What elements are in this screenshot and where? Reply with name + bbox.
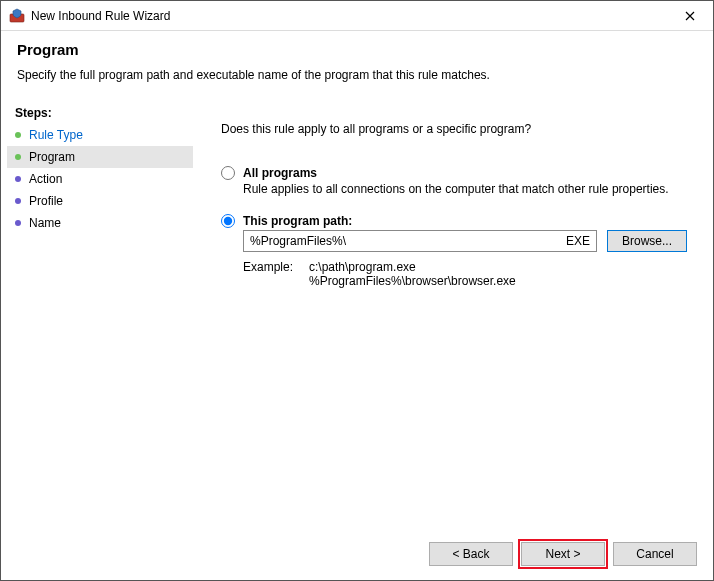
- step-link[interactable]: Rule Type: [29, 128, 83, 142]
- option-all-label: All programs: [243, 166, 317, 180]
- browse-button[interactable]: Browse...: [607, 230, 687, 252]
- wizard-header: Program Specify the full program path an…: [1, 31, 713, 94]
- titlebar: New Inbound Rule Wizard: [1, 1, 713, 31]
- option-path-label: This program path:: [243, 214, 352, 228]
- example-label: Example:: [243, 260, 309, 288]
- option-this-program-path[interactable]: This program path:: [221, 214, 687, 228]
- option-all-programs[interactable]: All programs: [221, 166, 687, 180]
- cancel-button[interactable]: Cancel: [613, 542, 697, 566]
- step-bullet-icon: [15, 154, 21, 160]
- steps-sidebar: Steps: Rule Type Program Action Profile …: [1, 98, 193, 580]
- program-path-suffix: EXE: [566, 234, 590, 248]
- option-all-desc: Rule applies to all connections on the c…: [243, 182, 687, 196]
- next-button[interactable]: Next >: [521, 542, 605, 566]
- step-profile[interactable]: Profile: [7, 190, 193, 212]
- step-bullet-icon: [15, 132, 21, 138]
- radio-this-program-path[interactable]: [221, 214, 235, 228]
- wizard-button-bar: < Back Next > Cancel: [429, 542, 697, 566]
- step-action[interactable]: Action: [7, 168, 193, 190]
- radio-all-programs[interactable]: [221, 166, 235, 180]
- question-text: Does this rule apply to all programs or …: [221, 122, 687, 136]
- step-label: Action: [29, 172, 62, 186]
- step-bullet-icon: [15, 198, 21, 204]
- steps-heading: Steps:: [7, 102, 193, 124]
- firewall-icon: [9, 8, 25, 24]
- example-path-2: %ProgramFiles%\browser\browser.exe: [309, 274, 516, 288]
- step-bullet-icon: [15, 220, 21, 226]
- page-subtitle: Specify the full program path and execut…: [17, 68, 697, 82]
- program-path-value: %ProgramFiles%\: [250, 234, 346, 248]
- back-button[interactable]: < Back: [429, 542, 513, 566]
- step-label: Name: [29, 216, 61, 230]
- step-program[interactable]: Program: [7, 146, 193, 168]
- step-label: Profile: [29, 194, 63, 208]
- step-rule-type[interactable]: Rule Type: [7, 124, 193, 146]
- step-bullet-icon: [15, 176, 21, 182]
- page-title: Program: [17, 41, 697, 58]
- window-title: New Inbound Rule Wizard: [31, 9, 667, 23]
- step-label: Program: [29, 150, 75, 164]
- program-path-input[interactable]: %ProgramFiles%\ EXE: [243, 230, 597, 252]
- close-button[interactable]: [667, 1, 713, 30]
- wizard-main: Does this rule apply to all programs or …: [193, 98, 713, 580]
- step-name[interactable]: Name: [7, 212, 193, 234]
- example-path-1: c:\path\program.exe: [309, 260, 516, 274]
